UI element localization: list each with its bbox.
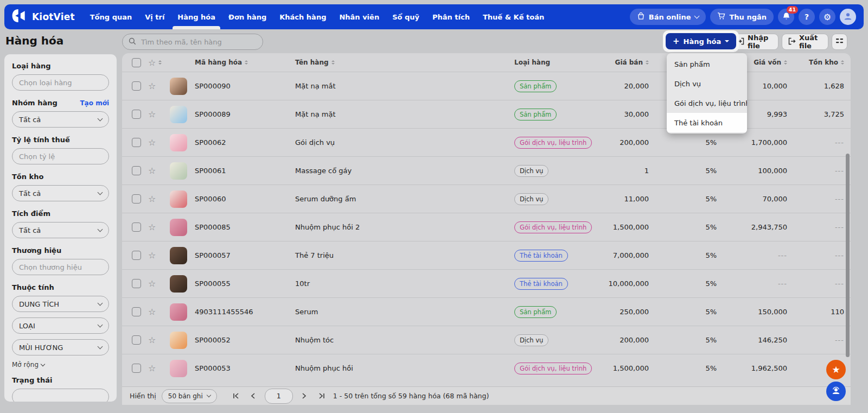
expand-link[interactable]: Mở rộng bbox=[12, 361, 109, 368]
favorite-star-icon[interactable] bbox=[148, 194, 156, 204]
filter-select-attribute-3[interactable]: MÙI HƯƠNG bbox=[12, 339, 109, 355]
nav-item[interactable]: Hàng hóa bbox=[177, 4, 215, 29]
favorite-star-icon[interactable] bbox=[148, 307, 156, 317]
settings-button[interactable] bbox=[819, 9, 835, 25]
table-row[interactable]: SP00060 Serum dưỡng ẩm Dịch vụ 11,000 5%… bbox=[122, 185, 851, 213]
filter-select-trang-thai[interactable] bbox=[12, 389, 109, 402]
header-price[interactable]: Giá bán bbox=[596, 59, 655, 66]
row-checkbox[interactable] bbox=[132, 166, 141, 175]
kiotviet-logo-icon bbox=[12, 9, 27, 24]
favorite-star-icon[interactable] bbox=[148, 137, 156, 148]
page-number-input[interactable] bbox=[265, 389, 293, 404]
table-row[interactable]: SP00061 Massage cổ gáy Dịch vụ 1 5% 100,… bbox=[122, 156, 851, 185]
row-checkbox[interactable] bbox=[132, 279, 141, 288]
header-code[interactable]: Mã hàng hóa bbox=[195, 59, 295, 66]
cost-cell: 146,250 bbox=[723, 336, 794, 344]
row-checkbox[interactable] bbox=[132, 335, 141, 345]
menu-item[interactable]: Thẻ tài khoản bbox=[667, 113, 747, 132]
table-row[interactable]: SP000053 Nhuộm phục hồi Gói dịch vụ, liệ… bbox=[122, 354, 851, 382]
page-size-select[interactable]: 50 bản ghi bbox=[162, 389, 217, 403]
add-product-label: Hàng hóa bbox=[684, 37, 722, 46]
favorite-star-icon[interactable] bbox=[148, 109, 156, 119]
favorite-column-header[interactable] bbox=[148, 58, 170, 68]
help-button[interactable] bbox=[799, 9, 815, 25]
row-checkbox[interactable] bbox=[132, 194, 141, 204]
header-stock[interactable]: Tồn kho bbox=[794, 59, 851, 66]
search-input[interactable] bbox=[140, 37, 257, 47]
favorite-star-icon[interactable] bbox=[148, 81, 156, 91]
sort-icon bbox=[245, 59, 248, 66]
product-type-badge: Gói dịch vụ, liệu trình bbox=[514, 137, 592, 149]
filter-input-loai-hang[interactable]: Chọn loại hàng bbox=[12, 74, 109, 91]
select-all-checkbox[interactable] bbox=[132, 58, 141, 67]
favorite-star-icon[interactable] bbox=[148, 278, 156, 289]
create-group-link[interactable]: Tạo mới bbox=[80, 99, 109, 107]
favorite-star-icon[interactable] bbox=[148, 363, 156, 373]
menu-item[interactable]: Gói dịch vụ, liệu trình bbox=[667, 93, 747, 113]
kiotviet-logo[interactable]: KiotViet bbox=[12, 9, 75, 24]
cost-cell: 1,700,000 bbox=[723, 138, 794, 147]
filter-sidebar: Loại hàng Chọn loại hàng Nhóm hàng Tạo m… bbox=[4, 54, 117, 402]
filter-input-thuong-hieu[interactable]: Chọn thương hiệu bbox=[12, 259, 109, 275]
table-row[interactable]: SP000085 Nhuộm phục hồi 2 Gói dịch vụ, l… bbox=[122, 213, 851, 241]
add-product-button[interactable]: Hàng hóa bbox=[666, 33, 736, 49]
nav-item[interactable]: Thuế & Kế toán bbox=[483, 4, 544, 29]
notifications-button[interactable]: 41 bbox=[778, 9, 794, 25]
thu-ngan-button[interactable]: Thu ngân bbox=[710, 9, 774, 25]
selected-value: LOẠI bbox=[19, 322, 35, 330]
prev-page-button[interactable] bbox=[247, 390, 259, 402]
product-code: SP00060 bbox=[195, 195, 295, 203]
nav-item[interactable]: Tổng quan bbox=[90, 4, 132, 29]
filter-select-attribute-2[interactable]: LOẠI bbox=[12, 317, 109, 334]
price-cell: 1,500,000 bbox=[596, 223, 655, 231]
table-row[interactable]: 4903111455546 Serum Sản phẩm 250,000 5% … bbox=[122, 297, 851, 326]
favorite-star-icon[interactable] bbox=[148, 222, 156, 232]
product-name: Massage cổ gáy bbox=[295, 167, 514, 175]
vertical-scrollbar[interactable] bbox=[846, 154, 850, 357]
nav-item[interactable]: Vị trí bbox=[145, 4, 164, 29]
filter-select-attribute-1[interactable]: DUNG TÍCH bbox=[12, 296, 109, 312]
filter-select-tich-diem[interactable]: Tất cả bbox=[12, 222, 109, 238]
filter-select-ton-kho[interactable]: Tất cả bbox=[12, 185, 109, 201]
support-fab[interactable] bbox=[826, 382, 846, 401]
stock-cell: --- bbox=[794, 138, 851, 147]
last-page-button[interactable] bbox=[316, 390, 328, 402]
row-checkbox[interactable] bbox=[132, 110, 141, 119]
filter-label-ty-le: Tỷ lệ tính thuế bbox=[12, 136, 70, 144]
chevron-down-icon bbox=[694, 14, 699, 19]
filter-input-ty-le[interactable]: Chọn tỷ lệ bbox=[12, 148, 109, 164]
header-name[interactable]: Tên hàng bbox=[295, 59, 514, 66]
page-title: Hàng hóa bbox=[5, 34, 63, 47]
filter-select-nhom-hang[interactable]: Tất cả bbox=[12, 111, 109, 128]
row-checkbox[interactable] bbox=[132, 364, 141, 373]
nav-item[interactable]: Nhân viên bbox=[339, 4, 379, 29]
menu-item[interactable]: Sản phẩm bbox=[667, 54, 747, 74]
header-type[interactable]: Loại hàng bbox=[514, 59, 596, 66]
ban-online-button[interactable]: Bán online bbox=[630, 9, 706, 25]
filter-label-nhom-hang: Nhóm hàng bbox=[12, 99, 58, 107]
nav-item[interactable]: Sổ quỹ bbox=[392, 4, 419, 29]
account-button[interactable] bbox=[840, 9, 856, 25]
export-file-button[interactable]: Xuất file bbox=[782, 34, 828, 50]
column-settings-button[interactable] bbox=[832, 34, 847, 50]
row-checkbox[interactable] bbox=[132, 138, 141, 147]
row-checkbox[interactable] bbox=[132, 81, 141, 91]
table-row[interactable]: SP000055 10tr Thẻ tài khoản 10,000,000 5… bbox=[122, 269, 851, 297]
menu-item[interactable]: Dịch vụ bbox=[667, 74, 747, 93]
row-checkbox[interactable] bbox=[132, 307, 141, 316]
price-cell: 250,000 bbox=[596, 308, 655, 316]
first-page-button[interactable] bbox=[230, 390, 242, 402]
nav-item[interactable]: Khách hàng bbox=[279, 4, 326, 29]
table-row[interactable]: SP000057 Thẻ 7 triệu Thẻ tài khoản 7,000… bbox=[122, 241, 851, 269]
favorite-star-icon[interactable] bbox=[148, 250, 156, 260]
nav-item[interactable]: Đơn hàng bbox=[228, 4, 266, 29]
selected-value: MÙI HƯƠNG bbox=[19, 344, 63, 352]
favorite-star-icon[interactable] bbox=[148, 166, 156, 176]
feedback-star-fab[interactable] bbox=[826, 360, 846, 379]
favorite-star-icon[interactable] bbox=[148, 335, 156, 345]
nav-item[interactable]: Phân tích bbox=[432, 4, 470, 29]
row-checkbox[interactable] bbox=[132, 223, 141, 232]
table-row[interactable]: SP000052 Nhuộm tóc Dịch vụ 200,000 5% 14… bbox=[122, 326, 851, 354]
next-page-button[interactable] bbox=[298, 390, 310, 402]
row-checkbox[interactable] bbox=[132, 251, 141, 260]
